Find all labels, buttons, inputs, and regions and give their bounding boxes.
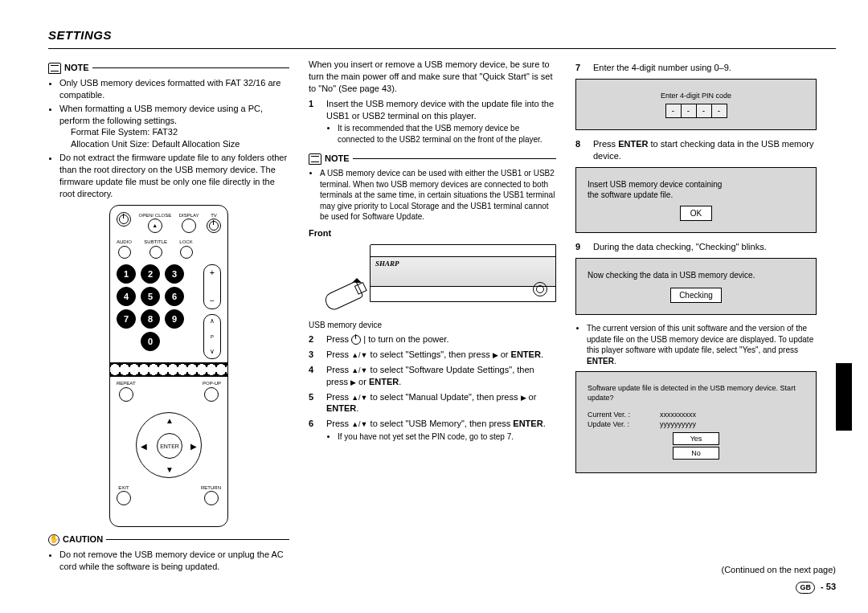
pin-digit: - xyxy=(666,104,682,117)
checking-dialog: Now checking the data in USB memory devi… xyxy=(575,258,817,315)
pin-digit: - xyxy=(697,104,712,117)
right-icon: ▶ xyxy=(493,351,498,359)
note-rule xyxy=(353,158,556,159)
dialog-line: the software update file. xyxy=(588,190,805,201)
digit-5-button: 5 xyxy=(141,287,160,306)
pin-input: - - - - xyxy=(665,104,727,118)
device-brand: SHARP xyxy=(375,259,399,268)
dialog-line: Insert USB memory device containing xyxy=(588,179,805,190)
current-ver-value: xxxxxxxxxx xyxy=(660,410,696,419)
down-arrow-icon: ▼ xyxy=(166,464,174,476)
digit-8-button: 8 xyxy=(141,309,160,329)
digit-1-button: 1 xyxy=(117,264,136,284)
up-down-icon: ▲/▼ xyxy=(351,351,367,359)
front-heading: Front xyxy=(309,227,556,239)
digit-3-button: 3 xyxy=(165,264,184,284)
after-check-text: The current version of this unit softwar… xyxy=(587,323,817,366)
tv-power-button xyxy=(207,219,221,233)
step-number: 5 xyxy=(309,391,320,415)
lock-button xyxy=(180,246,193,259)
repeat-label: REPEAT xyxy=(117,380,136,386)
gb-badge: GB xyxy=(796,582,815,594)
display-label: DISPLAY xyxy=(179,212,199,219)
digit-2-button: 2 xyxy=(141,264,160,284)
note-sub: Format File System: FAT32 xyxy=(71,126,289,138)
repeat-button xyxy=(119,387,133,402)
step-number: 1 xyxy=(309,98,320,150)
popup-button xyxy=(204,387,219,402)
note-heading-2: NOTE xyxy=(309,153,556,165)
front-illustration: SHARP xyxy=(309,244,556,317)
caution-heading: CAUTION xyxy=(48,533,289,546)
audio-label: AUDIO xyxy=(117,239,132,245)
step-number: 4 xyxy=(309,364,320,388)
display-button xyxy=(182,219,196,233)
digit-0-button: 0 xyxy=(141,332,160,351)
column-1: NOTE Only USB memory devices formatted w… xyxy=(48,59,289,578)
note-sub: Allocation Unit Size: Default Allocation… xyxy=(71,138,289,150)
step-8-text: Press ENTER to start checking data in th… xyxy=(593,138,817,162)
player-device: SHARP xyxy=(370,244,556,302)
step-6-note: If you have not yet set the PIN code, go… xyxy=(338,431,556,443)
tear-line xyxy=(110,362,227,377)
usb-caption: USB memory device xyxy=(309,320,556,331)
title-rule xyxy=(48,48,836,49)
continued-note: (Continued on the next page) xyxy=(722,564,837,576)
note-item: Only USB memory devices formatted with F… xyxy=(59,77,289,101)
note-icon xyxy=(48,63,61,74)
steps-7-9: 7 Enter the 4-digit number using 0–9. xyxy=(575,62,817,74)
exit-label: EXIT xyxy=(117,484,131,491)
insert-usb-dialog: Insert USB memory device containing the … xyxy=(575,167,817,234)
disc-icon xyxy=(533,282,547,296)
note-item: A USB memory device can be used with eit… xyxy=(320,168,556,223)
update-confirm-dialog: Software update file is detected in the … xyxy=(575,371,817,473)
note-item: When formatting a USB memory device usin… xyxy=(59,103,289,150)
yes-button: Yes xyxy=(673,432,719,445)
ok-button: OK xyxy=(680,206,712,222)
return-label: RETURN xyxy=(201,484,221,491)
update-ver-value: yyyyyyyyyy xyxy=(660,419,696,429)
right-icon: ▶ xyxy=(521,394,526,402)
open-close-label: OPEN/ CLOSE xyxy=(138,212,171,219)
intro-paragraph: When you insert or remove a USB memory d… xyxy=(309,59,556,95)
digit-9-button: 9 xyxy=(165,309,184,329)
step-2-text: Press | to turn on the power. xyxy=(326,333,556,345)
up-down-icon: ▲/▼ xyxy=(351,394,367,402)
volume-rocker: +− xyxy=(203,264,221,309)
digit-4-button: 4 xyxy=(117,287,136,306)
note-label: NOTE xyxy=(64,62,89,74)
exit-button xyxy=(117,491,131,505)
column-2: When you insert or remove a USB memory d… xyxy=(309,59,556,578)
step-number: 3 xyxy=(309,349,320,361)
return-button xyxy=(204,491,219,505)
note-list-2: A USB memory device can be used with eit… xyxy=(309,168,556,223)
digit-7-button: 7 xyxy=(117,309,136,329)
up-down-icon: ▲/▼ xyxy=(351,420,367,428)
steps-1: 1 Insert the USB memory device with the … xyxy=(309,98,556,150)
step-6-text: Press ▲/▼ to select "USB Memory", then p… xyxy=(326,418,556,447)
up-arrow-icon: ▲ xyxy=(166,415,174,427)
no-button: No xyxy=(673,447,719,460)
note-item: Do not extract the firmware update file … xyxy=(59,152,289,199)
tv-label: TV xyxy=(207,212,221,219)
step-3-text: Press ▲/▼ to select "Settings", then pre… xyxy=(326,349,556,361)
eject-button: ▲ xyxy=(148,219,162,233)
caution-icon xyxy=(48,534,59,546)
dialog-line: Software update file is detected in the … xyxy=(588,383,805,403)
page-num-text: - 53 xyxy=(818,582,836,591)
step-number: 6 xyxy=(309,418,320,447)
column-3: 7 Enter the 4-digit number using 0–9. En… xyxy=(575,59,817,578)
power-icon xyxy=(117,212,131,227)
step-1-text: Insert the USB memory device with the up… xyxy=(326,99,554,121)
caution-rule xyxy=(106,539,289,540)
dpad: ▲ ▼ ◀ ▶ ENTER xyxy=(133,409,205,481)
step-9-text: During the data checking, "Checking" bli… xyxy=(593,241,817,253)
step-5-text: Press ▲/▼ to select "Manual Update", the… xyxy=(326,391,556,415)
page-number: GB - 53 xyxy=(796,581,836,594)
digit-6-button: 6 xyxy=(165,287,184,306)
note-heading: NOTE xyxy=(48,62,289,74)
pin-dialog: Enter 4-digit PIN code - - - - xyxy=(575,79,817,130)
remote-illustration: OPEN/ CLOSE ▲ DISPLAY TV AUDI xyxy=(48,205,289,528)
pin-digit: - xyxy=(712,104,727,117)
usb-stick-icon xyxy=(323,280,364,312)
